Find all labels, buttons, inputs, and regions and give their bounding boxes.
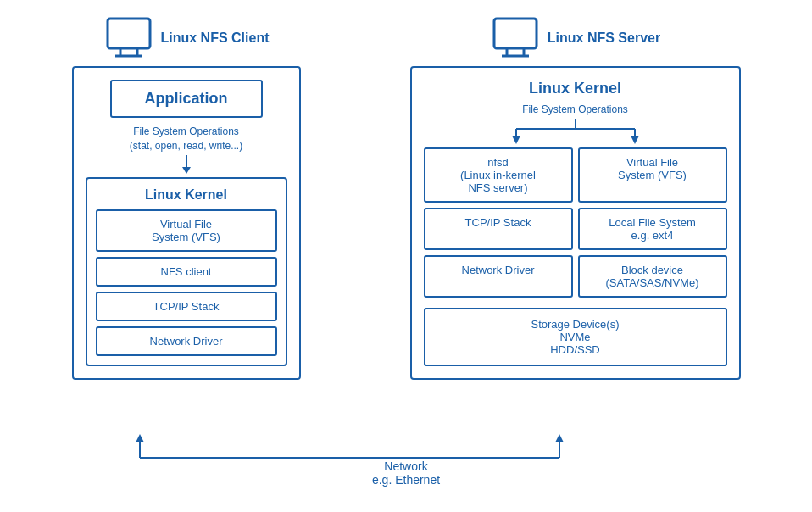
right-monitor-label: Linux NFS Server: [548, 31, 660, 46]
network-driver-box-right: Network Driver: [424, 255, 573, 298]
right-fs-ops-label: File System Operations: [424, 103, 727, 117]
monitor-icon-right: [490, 17, 541, 59]
local-fs-box: Local File Systeme.g. ext4: [578, 208, 727, 250]
left-fs-ops-label: File System Operations (stat, open, read…: [86, 125, 287, 153]
svg-marker-20: [555, 434, 564, 442]
monitor-icon-left: [103, 17, 154, 59]
tcpip-box-right: TCP/IP Stack: [424, 208, 573, 250]
right-kernel-label: Linux Kernel: [424, 80, 727, 97]
svg-rect-0: [108, 19, 150, 48]
nfsd-box: nfsd(Linux in-kernelNFS server): [424, 147, 573, 203]
left-kernel-box: Linux Kernel Virtual FileSystem (VFS) NF…: [86, 177, 287, 366]
left-outer-box: Application File System Operations (stat…: [72, 66, 301, 380]
svg-marker-13: [512, 136, 520, 144]
block-device-box: Block device(SATA/SAS/NVMe): [578, 255, 727, 298]
left-monitor-label: Linux NFS Client: [161, 31, 270, 46]
right-outer-box: Linux Kernel File System Operations: [410, 66, 741, 380]
right-grid: nfsd(Linux in-kernelNFS server) Virtual …: [424, 147, 727, 366]
nfs-client-box: NFS client: [96, 257, 277, 287]
storage-box: Storage Device(s)NVMeHDD/SSD: [424, 308, 727, 366]
svg-marker-17: [136, 434, 144, 442]
right-fork-arrow: [470, 119, 681, 144]
svg-marker-15: [631, 136, 639, 144]
vfs-box-right: Virtual FileSystem (VFS): [578, 147, 727, 203]
svg-rect-6: [494, 19, 537, 48]
vfs-box-left: Virtual FileSystem (VFS): [96, 209, 277, 252]
left-fs-ops-arrow: [86, 155, 287, 174]
tcpip-box-left: TCP/IP Stack: [96, 292, 277, 321]
network-label: Network e.g. Ethernet: [372, 459, 440, 487]
network-driver-box-left: Network Driver: [96, 326, 277, 356]
svg-marker-5: [182, 167, 191, 174]
application-box: Application: [110, 80, 263, 118]
left-kernel-label: Linux Kernel: [96, 187, 277, 203]
